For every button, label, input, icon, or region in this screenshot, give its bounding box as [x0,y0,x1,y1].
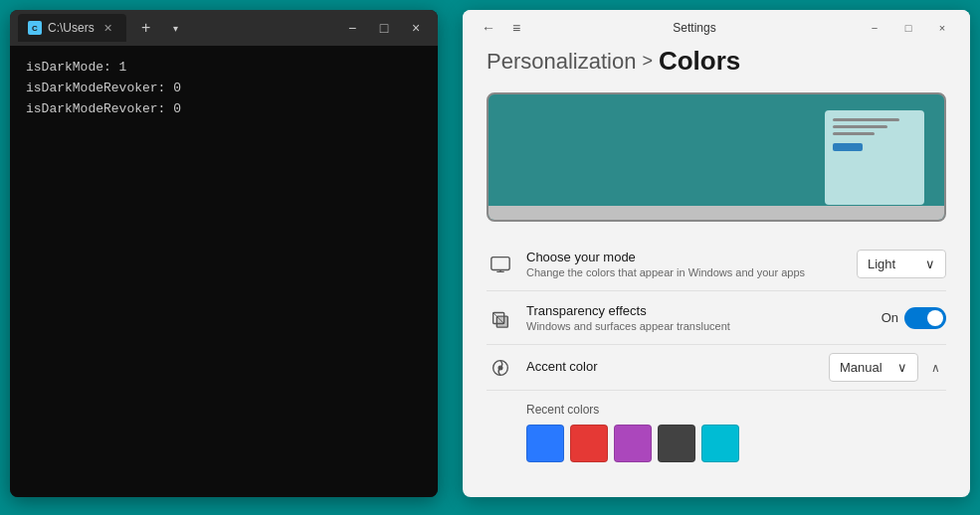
settings-back-button[interactable]: ← [475,14,502,42]
settings-window: ← ≡ Settings − □ × Personalization > Col… [463,10,970,497]
transparency-setting-row: Transparency effects Windows and surface… [487,291,946,345]
settings-hamburger-button[interactable]: ≡ [502,14,530,42]
accent-setting-label: Accent color [526,359,817,374]
terminal-tab-label: C:\Users [48,21,95,35]
terminal-window: C C:\Users ✕ + ▾ − □ × isDarkMode: 1 isD… [10,10,438,497]
preview-text-lines [833,118,916,135]
terminal-new-tab-button[interactable]: + [132,14,160,42]
transparency-setting-label: Transparency effects [526,303,870,318]
mode-setting-info: Choose your mode Change the colors that … [526,250,845,278]
svg-rect-0 [491,257,509,269]
settings-titlebar: ← ≡ Settings − □ × [463,10,970,46]
mode-dropdown-chevron: ∨ [925,257,935,271]
breadcrumb-current: Colors [659,46,740,77]
mode-preview-image [487,92,946,222]
mode-setting-description: Change the colors that appear in Windows… [526,266,845,278]
accent-dropdown-value: Manual [840,360,882,375]
terminal-line-3: isDarkModeRevoker: 0 [26,99,422,120]
terminal-line-1: isDarkMode: 1 [26,58,422,79]
accent-dropdown-chevron: ∨ [897,360,907,375]
transparency-setting-info: Transparency effects Windows and surface… [526,303,870,332]
recent-colors-label: Recent colors [526,403,946,417]
transparency-setting-description: Windows and surfaces appear translucent [526,320,870,332]
color-swatch-cyan[interactable] [701,425,739,462]
terminal-titlebar: C C:\Users ✕ + ▾ − □ × [10,10,438,46]
settings-content: Personalization > Colors [463,46,970,497]
transparency-toggle-knob [927,310,943,326]
breadcrumb: Personalization > Colors [487,46,946,77]
terminal-window-controls: − □ × [338,14,430,42]
settings-maximize-button[interactable]: □ [892,14,924,42]
mode-setting-label: Choose your mode [526,250,845,264]
terminal-minimize-button[interactable]: − [338,14,366,42]
settings-window-title: Settings [530,21,859,35]
breadcrumb-parent[interactable]: Personalization [487,49,636,75]
transparency-setting-control: On [882,307,946,329]
transparency-toggle[interactable] [904,307,946,329]
preview-window-card [825,110,924,205]
settings-close-button[interactable]: × [926,14,958,42]
preview-line-3 [833,132,875,135]
accent-setting-control: Manual ∨ ∧ [829,353,946,382]
breadcrumb-separator: > [642,51,653,72]
color-swatch-purple[interactable] [614,425,652,462]
mode-setting-icon [487,251,514,278]
accent-setting-info: Accent color [526,359,817,376]
terminal-body: isDarkMode: 1 isDarkModeRevoker: 0 isDar… [10,46,438,497]
terminal-close-button[interactable]: × [402,14,430,42]
color-swatches-container [526,425,946,462]
accent-dropdown[interactable]: Manual ∨ [829,353,918,382]
transparency-toggle-label: On [882,310,898,325]
settings-minimize-button[interactable]: − [859,14,890,42]
transparency-setting-icon [487,304,514,332]
preview-line-1 [833,118,899,121]
terminal-line-2: isDarkModeRevoker: 0 [26,79,422,99]
accent-setting-icon [487,354,514,382]
terminal-tab-icon: C [28,21,42,35]
color-swatch-red[interactable] [570,425,608,462]
terminal-maximize-button[interactable]: □ [370,14,398,42]
mode-setting-control: Light ∨ [857,250,946,278]
preview-line-2 [833,125,887,128]
color-swatch-dark-gray[interactable] [658,425,695,462]
terminal-tab-close-button[interactable]: ✕ [100,20,116,36]
terminal-tab[interactable]: C C:\Users ✕ [18,14,126,42]
terminal-tab-dropdown-button[interactable]: ▾ [166,14,186,42]
recent-colors-section: Recent colors [487,391,946,462]
mode-dropdown[interactable]: Light ∨ [857,250,946,278]
accent-setting-row: Accent color Manual ∨ ∧ [487,345,946,391]
accent-expand-chevron[interactable]: ∧ [924,357,946,379]
color-swatch-blue[interactable] [526,425,564,462]
mode-setting-row: Choose your mode Change the colors that … [487,238,946,291]
svg-point-7 [498,366,502,370]
preview-taskbar [489,206,944,220]
settings-window-controls: − □ × [859,14,958,42]
preview-button-element [833,143,863,151]
mode-dropdown-value: Light [868,257,895,271]
